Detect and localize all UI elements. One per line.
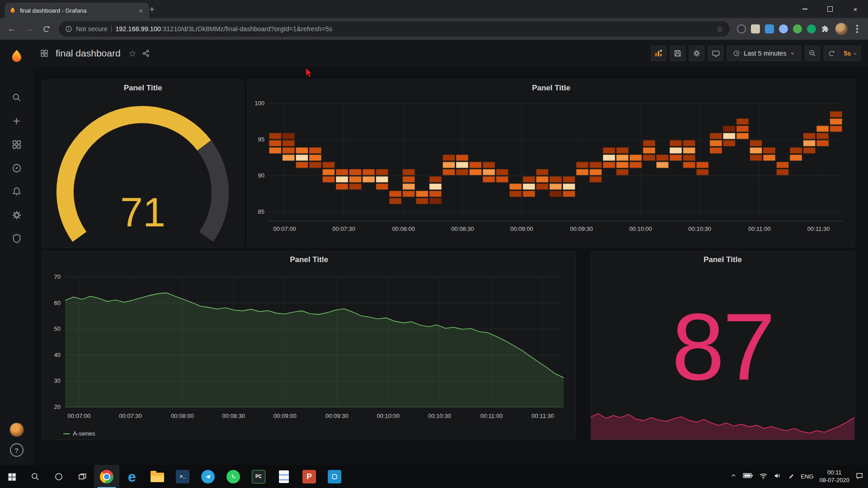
svg-text:00:11:00: 00:11:00 <box>748 225 771 232</box>
sidebar-create-icon[interactable]: + <box>7 109 27 133</box>
stat-chart: 87 <box>591 268 854 440</box>
sidebar-admin-icon[interactable] <box>7 227 27 250</box>
dashboard-title[interactable]: final dashboard <box>56 48 121 59</box>
dashboard-settings-button[interactable] <box>689 46 704 61</box>
address-bar[interactable]: Not secure 192.168.99.100:31210/d/3LrDk8… <box>59 21 730 37</box>
back-button[interactable]: ← <box>5 22 19 36</box>
grafana-favicon-icon <box>9 7 16 14</box>
pen-icon[interactable] <box>788 472 795 481</box>
timeseries-panel-title[interactable]: Panel Title <box>42 252 576 268</box>
clock-widget[interactable]: 00:11 08-07-2020 <box>820 469 850 484</box>
extension-icon-4[interactable] <box>779 24 788 33</box>
stat-sparkline <box>591 394 854 440</box>
gauge-panel-title[interactable]: Panel Title <box>42 80 243 96</box>
sidebar-configuration-icon[interactable] <box>7 203 27 227</box>
user-avatar[interactable] <box>9 422 24 437</box>
bookmark-star-icon[interactable]: ☆ <box>713 24 727 34</box>
taskbar-chrome-icon[interactable] <box>94 465 119 488</box>
svg-text:40: 40 <box>54 352 61 358</box>
cycle-view-mode-button[interactable] <box>708 46 723 61</box>
save-dashboard-button[interactable] <box>670 46 685 61</box>
cortana-icon[interactable] <box>47 465 71 488</box>
stat-panel-title[interactable]: Panel Title <box>591 252 854 268</box>
svg-text:00:07:00: 00:07:00 <box>273 225 296 232</box>
taskbar-file-explorer-icon[interactable] <box>145 465 170 488</box>
favorite-star-icon[interactable]: ☆ <box>129 48 137 59</box>
extensions-puzzle-icon[interactable] <box>821 24 830 33</box>
browser-tab[interactable]: final dashboard - Grafana × <box>5 3 149 18</box>
svg-text:00:07:00: 00:07:00 <box>68 413 91 419</box>
heatmap-panel-title[interactable]: Panel Title <box>248 80 854 96</box>
tab-close-icon[interactable]: × <box>137 6 145 15</box>
heatmap-panel: Panel Title 85909510000:07:0000:07:3000:… <box>247 80 855 248</box>
browser-menu-icon[interactable] <box>856 25 858 33</box>
reload-button[interactable] <box>39 22 53 36</box>
tray-chevron-up-icon[interactable] <box>730 472 737 481</box>
dashboard-grid-icon <box>40 49 48 57</box>
sidebar-explore-icon[interactable] <box>7 156 27 180</box>
extension-icon-1[interactable] <box>737 24 746 33</box>
svg-text:00:08:00: 00:08:00 <box>171 413 194 419</box>
browser-toolbar: ← → Not secure 192.168.99.100:31210/d/3L… <box>0 18 868 40</box>
svg-text:00:10:00: 00:10:00 <box>377 413 400 419</box>
info-icon[interactable] <box>65 25 72 33</box>
taskbar-whatsapp-icon[interactable] <box>221 465 246 488</box>
svg-text:95: 95 <box>258 136 264 143</box>
svg-text:00:07:30: 00:07:30 <box>119 413 142 419</box>
window-close-button[interactable]: × <box>843 0 868 18</box>
action-center-icon[interactable] <box>855 472 863 482</box>
sidebar-alerting-icon[interactable] <box>7 180 27 203</box>
task-view-icon[interactable] <box>71 465 94 488</box>
taskbar-powerpoint-icon[interactable]: P <box>297 465 322 488</box>
time-range-label: Last 5 minutes <box>744 50 786 57</box>
new-tab-button[interactable]: + <box>146 3 158 16</box>
sidebar-dashboards-icon[interactable] <box>7 133 27 156</box>
sidebar-search-icon[interactable] <box>7 86 27 109</box>
time-range-picker[interactable]: Last 5 minutes <box>727 46 801 61</box>
mouse-cursor <box>306 68 315 79</box>
svg-text:00:11:00: 00:11:00 <box>480 413 503 419</box>
extension-icon-5[interactable] <box>793 24 802 33</box>
windows-taskbar: e >_ PC P ENG 00:11 08-07-2020 <box>0 465 868 488</box>
wifi-icon[interactable] <box>759 472 768 481</box>
start-button[interactable] <box>0 465 24 488</box>
grafana-logo-icon[interactable] <box>9 49 24 66</box>
svg-text:00:09:00: 00:09:00 <box>510 225 533 232</box>
tab-title: final dashboard - Grafana <box>20 7 133 14</box>
taskbar-pycharm-icon[interactable]: PC <box>246 465 271 488</box>
svg-text:71: 71 <box>120 190 165 235</box>
volume-icon[interactable] <box>774 472 782 481</box>
url-text: 192.168.99.100:31210/d/3LrDk8MMz/final-d… <box>115 25 709 33</box>
svg-text:100: 100 <box>255 100 264 107</box>
taskbar-edge-icon[interactable]: e <box>119 465 145 488</box>
browser-profile-avatar[interactable] <box>835 23 848 35</box>
svg-text:70: 70 <box>54 273 61 280</box>
window-maximize-button[interactable] <box>817 0 843 18</box>
language-indicator[interactable]: ENG <box>801 473 813 480</box>
taskbar-app-10-icon[interactable] <box>322 465 347 488</box>
sidebar-help-icon[interactable]: ? <box>10 443 24 457</box>
taskbar-search-icon[interactable] <box>24 465 47 488</box>
svg-text:00:10:00: 00:10:00 <box>629 225 652 232</box>
svg-text:00:10:30: 00:10:30 <box>428 413 451 419</box>
system-tray: ENG 00:11 08-07-2020 <box>730 469 868 484</box>
timeseries-panel: Panel Title A-series 20304050607000:07:0… <box>42 251 576 440</box>
refresh-dashboard-button[interactable] <box>824 46 839 61</box>
timeseries-legend-label[interactable]: A-series <box>73 430 95 437</box>
forward-button[interactable]: → <box>22 22 36 36</box>
timeseries-legend[interactable]: A-series <box>63 430 95 437</box>
svg-text:60: 60 <box>54 300 61 306</box>
taskbar-telegram-icon[interactable] <box>195 465 221 488</box>
browser-tabstrip: final dashboard - Grafana × + × <box>0 0 868 18</box>
add-panel-button[interactable] <box>651 46 666 61</box>
refresh-interval-picker[interactable]: 5s <box>839 46 861 61</box>
battery-icon[interactable] <box>743 472 753 481</box>
zoom-out-time-button[interactable] <box>805 46 820 61</box>
taskbar-document-app-icon[interactable] <box>271 465 297 488</box>
extension-icon-6[interactable] <box>807 24 816 33</box>
taskbar-powershell-icon[interactable]: >_ <box>170 465 195 488</box>
share-icon[interactable] <box>142 49 150 57</box>
extension-icon-2[interactable] <box>751 24 760 33</box>
extension-icon-3[interactable] <box>765 24 774 33</box>
window-minimize-button[interactable] <box>792 0 817 18</box>
